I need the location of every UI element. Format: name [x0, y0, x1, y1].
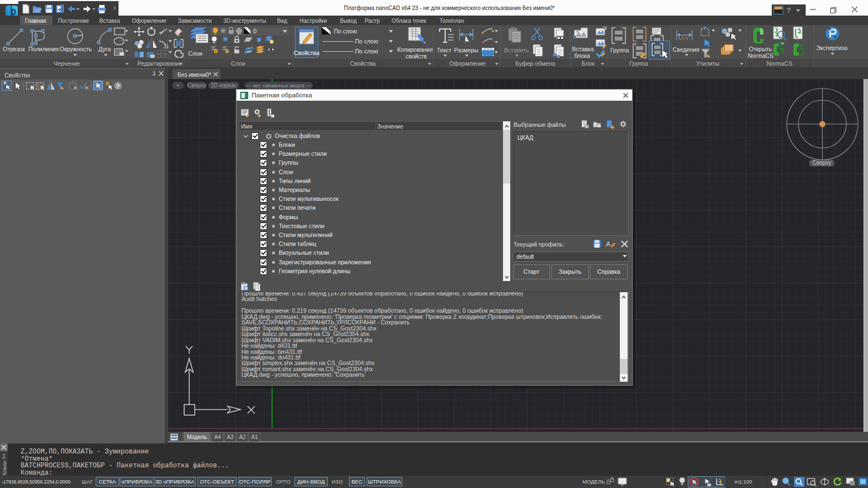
- svg-text:m1:100: m1:100: [734, 479, 752, 485]
- svg-text:?: ?: [116, 83, 120, 90]
- svg-text:0: 0: [253, 28, 257, 34]
- svg-text:A: A: [606, 240, 610, 248]
- svg-text:?: ?: [787, 7, 791, 14]
